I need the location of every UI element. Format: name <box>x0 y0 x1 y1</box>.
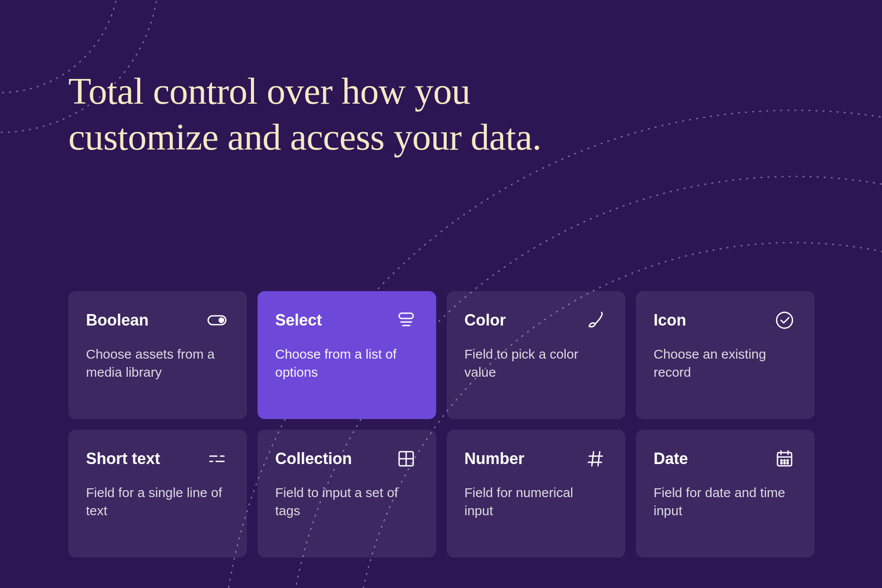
card-title: Icon <box>654 311 686 330</box>
check-circle-icon <box>772 308 797 333</box>
card-title: Date <box>654 449 688 468</box>
svg-point-29 <box>781 463 782 464</box>
brush-icon <box>583 308 608 333</box>
svg-point-28 <box>787 460 789 461</box>
toggle-icon <box>205 308 229 333</box>
svg-point-30 <box>784 463 785 464</box>
card-date[interactable]: Date Field for date and time input <box>636 430 815 558</box>
card-title: Short text <box>86 449 160 468</box>
card-description: Field for numerical input <box>464 483 601 520</box>
card-boolean[interactable]: Boolean Choose assets from a media libra… <box>68 291 247 419</box>
card-description: Field to pick a color value <box>464 345 601 382</box>
card-description: Choose an existing record <box>654 345 790 382</box>
calendar-icon <box>772 446 797 471</box>
card-description: Field for a single line of text <box>86 483 223 520</box>
card-title: Boolean <box>86 311 149 330</box>
card-title: Number <box>464 449 524 468</box>
field-type-grid: Boolean Choose assets from a media libra… <box>68 291 815 558</box>
card-title: Collection <box>275 449 352 468</box>
stack-icon <box>394 308 419 333</box>
svg-point-27 <box>784 460 785 461</box>
svg-point-26 <box>781 460 782 461</box>
svg-point-10 <box>777 312 792 328</box>
svg-line-20 <box>592 452 594 466</box>
card-select[interactable]: Select Choose from a list of options <box>258 291 436 419</box>
svg-point-31 <box>787 463 789 464</box>
svg-point-6 <box>219 318 224 322</box>
card-description: Field to input a set of tags <box>275 483 412 520</box>
grid-icon <box>394 446 419 471</box>
svg-rect-7 <box>399 313 413 318</box>
card-description: Choose from a list of options <box>275 345 412 382</box>
svg-line-21 <box>598 452 600 466</box>
hero-headline: Total control over how you customize and… <box>68 68 553 160</box>
card-short-text[interactable]: Short text Field for a single line of te… <box>68 430 247 558</box>
card-title: Select <box>275 311 322 330</box>
card-number[interactable]: Number Field for numerical input <box>447 430 625 558</box>
card-description: Field for date and time input <box>654 483 790 520</box>
card-collection[interactable]: Collection Field to input a set of tags <box>258 430 436 558</box>
hash-icon <box>583 446 608 471</box>
card-icon[interactable]: Icon Choose an existing record <box>636 291 815 419</box>
card-color[interactable]: Color Field to pick a color value <box>447 291 625 419</box>
card-description: Choose assets from a media library <box>86 345 223 382</box>
card-title: Color <box>464 311 506 330</box>
dashes-icon <box>205 446 229 471</box>
